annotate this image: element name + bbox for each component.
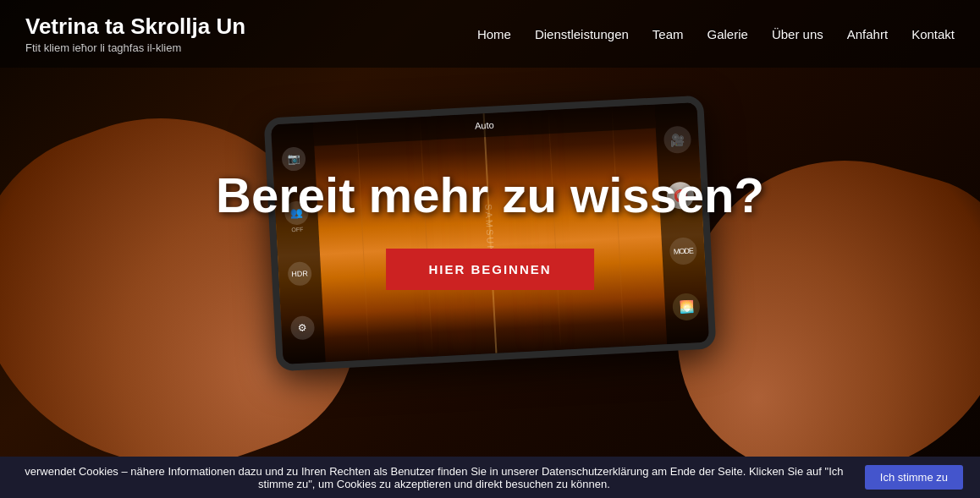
cookie-text: verwendet Cookies – nähere Informationen…	[17, 465, 851, 490]
settings-icon: ⚙	[290, 315, 315, 340]
hero-heading: Bereit mehr zu wissen?	[216, 167, 764, 223]
hero-cta-button[interactable]: HIER BEGINNEN	[386, 249, 593, 290]
nav-item-kontakt[interactable]: Kontakt	[911, 27, 955, 41]
hero-section: Auto 📷 👥 OFF HDR ⚙ 🎥	[0, 0, 980, 457]
hero-content: Bereit mehr zu wissen? HIER BEGINNEN	[216, 167, 764, 290]
nav-item-team[interactable]: Team	[652, 27, 684, 41]
nav-item-galerie[interactable]: Galerie	[707, 27, 748, 41]
phone-auto-label: Auto	[475, 120, 494, 131]
site-title-block: Vetrina ta Skrollja Un Ftit kliem ieħor …	[25, 14, 245, 54]
site-tagline: Ftit kliem ieħor li taghfas il-kliem	[25, 41, 245, 54]
cookie-accept-button[interactable]: Ich stimme zu	[865, 465, 963, 490]
video-icon: 🎥	[663, 125, 692, 154]
site-title: Vetrina ta Skrollja Un	[25, 14, 245, 40]
nav-item-dienstleistungen[interactable]: Dienstleistungen	[535, 27, 629, 41]
gallery-icon: 🌅	[672, 293, 701, 321]
nav-item-home[interactable]: Home	[477, 27, 511, 41]
header: Vetrina ta Skrollja Un Ftit kliem ieħor …	[0, 0, 980, 68]
nav-item-anfahrt[interactable]: Anfahrt	[847, 27, 888, 41]
phone-icon-settings: ⚙	[290, 315, 315, 340]
main-nav: Home Dienstleistungen Team Galerie Über …	[477, 27, 955, 41]
nav-item-ueber-uns[interactable]: Über uns	[772, 27, 823, 41]
cookie-banner: verwendet Cookies – nähere Informationen…	[0, 457, 980, 498]
